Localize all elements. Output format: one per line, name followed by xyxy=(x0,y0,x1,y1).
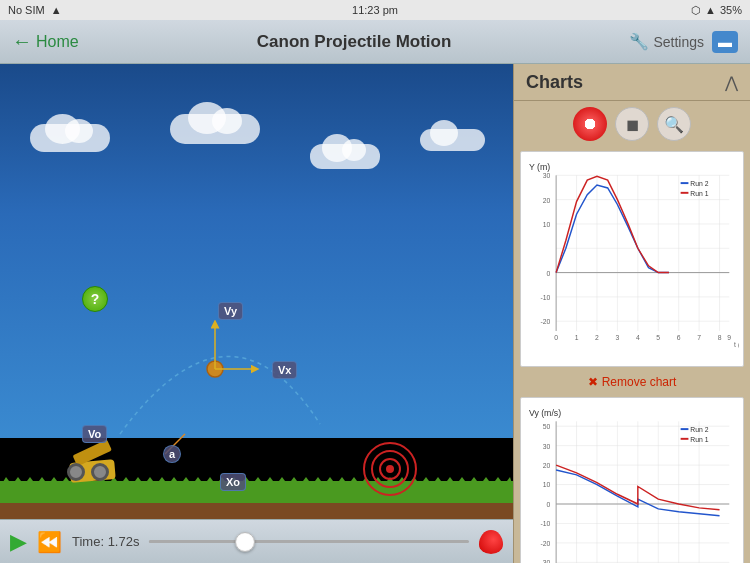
svg-rect-78 xyxy=(681,438,689,440)
home-arrow-icon: ← xyxy=(12,30,32,53)
svg-text:t (s): t (s) xyxy=(734,341,739,349)
remove-chart-button[interactable]: ✖ Remove chart xyxy=(514,371,750,393)
charts-header: Charts ⋀ xyxy=(514,64,750,101)
home-label[interactable]: Home xyxy=(36,33,79,51)
svg-text:10: 10 xyxy=(543,221,551,228)
top-bar: ← Home Canon Projectile Motion 🔧 Setting… xyxy=(0,20,750,64)
svg-text:30: 30 xyxy=(543,172,551,179)
rewind-button[interactable]: ⏪ xyxy=(37,530,62,554)
cloud-2 xyxy=(170,114,260,144)
svg-text:4: 4 xyxy=(636,334,640,341)
chart-y-position: Y (m) xyxy=(520,151,744,367)
zoom-icon: 🔍 xyxy=(664,115,684,134)
remove-chart-icon: ✖ xyxy=(588,375,598,389)
carrier-label: No SIM xyxy=(8,4,45,16)
screen-toggle-button[interactable]: ▬ xyxy=(712,31,738,53)
settings-button[interactable]: 🔧 Settings xyxy=(629,32,704,51)
bottom-bar: ▶ ⏪ Time: 1.72s xyxy=(0,519,513,563)
target xyxy=(363,442,418,501)
cloud-4 xyxy=(420,129,485,151)
svg-text:-20: -20 xyxy=(540,318,550,325)
play-button[interactable]: ▶ xyxy=(10,529,27,555)
screen-icon: ▬ xyxy=(718,34,732,50)
battery-label: 35% xyxy=(720,4,742,16)
game-area[interactable]: Vy Vx Vo a Xo ? ▶ ⏪ Time: 1.72s xyxy=(0,64,513,563)
svg-text:-30: -30 xyxy=(540,559,550,563)
svg-text:Run 1: Run 1 xyxy=(690,190,708,197)
status-bar: No SIM ▲ 11:23 pm ⬡ ▲ 35% xyxy=(0,0,750,20)
slider-fill xyxy=(149,540,245,543)
cloud-3 xyxy=(310,144,380,169)
select-icon: ◼ xyxy=(626,115,639,134)
svg-text:3: 3 xyxy=(616,334,620,341)
page-title: Canon Projectile Motion xyxy=(257,32,452,52)
charts-title: Charts xyxy=(526,72,583,93)
home-button[interactable]: ← Home xyxy=(12,30,79,53)
apple-icon[interactable] xyxy=(479,530,503,554)
wifi-icon: ▲ xyxy=(51,4,62,16)
bluetooth-icon: ⬡ xyxy=(691,4,701,17)
cloud-1 xyxy=(30,124,110,152)
svg-text:50: 50 xyxy=(543,423,551,430)
slider-track xyxy=(149,540,469,543)
svg-text:0: 0 xyxy=(547,270,551,277)
main-layout: Vy Vx Vo a Xo ? ▶ ⏪ Time: 1.72s xyxy=(0,64,750,563)
chart-toolbar: ⏺ ◼ 🔍 xyxy=(514,101,750,147)
right-controls: 🔧 Settings ▬ xyxy=(629,31,738,53)
wifi-strength-icon: ▲ xyxy=(705,4,716,16)
svg-text:Vy (m/s): Vy (m/s) xyxy=(529,408,561,418)
settings-label[interactable]: Settings xyxy=(653,34,704,50)
svg-text:Y (m): Y (m) xyxy=(529,162,550,172)
svg-text:1: 1 xyxy=(575,334,579,341)
chart-vy-velocity: Vy (m/s) xyxy=(520,397,744,563)
svg-text:0: 0 xyxy=(547,501,551,508)
svg-rect-76 xyxy=(681,428,689,430)
slider-thumb[interactable] xyxy=(235,532,255,552)
svg-text:-10: -10 xyxy=(540,520,550,527)
svg-rect-44 xyxy=(681,182,689,184)
svg-text:6: 6 xyxy=(677,334,681,341)
svg-text:30: 30 xyxy=(543,443,551,450)
svg-text:8: 8 xyxy=(718,334,722,341)
svg-text:9: 9 xyxy=(727,334,731,341)
help-button[interactable]: ? xyxy=(82,286,108,312)
time-display: Time: 1.72s xyxy=(72,534,139,549)
svg-point-7 xyxy=(386,465,394,473)
svg-text:20: 20 xyxy=(543,197,551,204)
a-label: a xyxy=(163,445,181,463)
remove-chart-label[interactable]: Remove chart xyxy=(602,375,677,389)
select-button[interactable]: ◼ xyxy=(615,107,649,141)
vo-label: Vo xyxy=(82,425,107,443)
svg-text:Run 1: Run 1 xyxy=(690,436,708,443)
svg-rect-46 xyxy=(681,192,689,194)
vy-label: Vy xyxy=(218,302,243,320)
svg-text:10: 10 xyxy=(543,481,551,488)
record-icon: ⏺ xyxy=(582,115,598,133)
vx-label: Vx xyxy=(272,361,297,379)
clock: 11:23 pm xyxy=(352,4,398,16)
svg-text:0: 0 xyxy=(554,334,558,341)
svg-text:-20: -20 xyxy=(540,540,550,547)
svg-text:7: 7 xyxy=(697,334,701,341)
svg-text:Run 2: Run 2 xyxy=(690,180,708,187)
time-slider[interactable] xyxy=(149,540,469,543)
charts-panel: Charts ⋀ ⏺ ◼ 🔍 Y (m) xyxy=(513,64,750,563)
svg-text:-10: -10 xyxy=(540,294,550,301)
xo-label: Xo xyxy=(220,473,246,491)
wrench-icon: 🔧 xyxy=(629,32,649,51)
svg-text:Run 2: Run 2 xyxy=(690,426,708,433)
collapse-charts-button[interactable]: ⋀ xyxy=(725,73,738,92)
svg-text:20: 20 xyxy=(543,462,551,469)
zoom-button[interactable]: 🔍 xyxy=(657,107,691,141)
svg-text:5: 5 xyxy=(656,334,660,341)
svg-text:2: 2 xyxy=(595,334,599,341)
record-button[interactable]: ⏺ xyxy=(573,107,607,141)
